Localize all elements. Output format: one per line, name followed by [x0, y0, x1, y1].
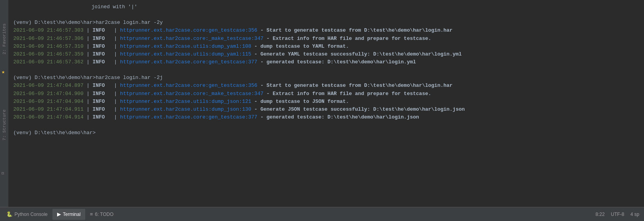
log-source: httprunner.ext.har2case.utils:dump_json:…	[120, 106, 251, 112]
empty-line	[13, 121, 639, 129]
terminal-log-line: 2021-06-09 21:47:04.914 | INFO | httprun…	[13, 113, 639, 121]
tab-python-console[interactable]: 🐍 Python Console	[2, 209, 52, 220]
log-level: INFO	[93, 83, 105, 88]
log-level: INFO	[93, 36, 105, 41]
log-pipe-1: |	[83, 91, 92, 97]
log-pipe-1: |	[83, 83, 92, 88]
log-message: - dump testcase to JSON format.	[251, 99, 349, 104]
terminal-log-line: 2021-06-09 21:46:57.362 | INFO | httprun…	[13, 58, 639, 66]
log-pipe-2: |	[105, 51, 120, 57]
log-pipe-2: |	[105, 99, 120, 104]
log-source: httprunner.ext.har2case.utils:dump_yaml:…	[120, 51, 251, 57]
log-pipe-2: |	[105, 27, 120, 33]
terminal-log-line: 2021-06-09 21:46:57.359 | INFO | httprun…	[13, 50, 639, 58]
main-area: 2: Favorites ★ 7: Structure ⊟ joined wit…	[0, 0, 644, 207]
log-timestamp: 2021-06-09 21:47:04.897	[13, 83, 83, 88]
bottom-bar: 🐍 Python Console ▶ Terminal ≡ 6: TODO 8:…	[0, 207, 644, 221]
log-pipe-2: |	[105, 43, 120, 49]
log-timestamp: 2021-06-09 21:46:57.310	[13, 43, 83, 49]
log-timestamp: 2021-06-09 21:46:57.303	[13, 27, 83, 33]
log-source: httprunner.ext.har2case.core:gen_testcas…	[120, 83, 257, 88]
log-pipe-2: |	[105, 106, 120, 112]
log-level: INFO	[93, 91, 105, 97]
terminal-content[interactable]: joined with '|'(venv) D:\test\he\demo\ha…	[9, 0, 644, 207]
todo-icon: ≡	[90, 211, 93, 217]
empty-line	[13, 11, 639, 19]
log-level: INFO	[93, 59, 105, 65]
log-source: httprunner.ext.har2case.core:gen_testcas…	[120, 59, 257, 65]
log-timestamp: 2021-06-09 21:47:04.904	[13, 99, 83, 104]
log-level: INFO	[93, 99, 105, 104]
log-message: - generated testcase: D:\test\he\demo\ha…	[257, 114, 419, 120]
log-timestamp: 2021-06-09 21:46:57.306	[13, 36, 83, 41]
indent-spaces: 4 sp	[630, 212, 639, 217]
todo-label: 6: TODO	[95, 212, 114, 217]
cursor-position: 8:22	[596, 212, 605, 217]
log-source: httprunner.ext.har2case.core:_make_testc…	[120, 36, 264, 41]
log-timestamp: 2021-06-09 21:47:04.900	[13, 91, 83, 97]
log-timestamp: 2021-06-09 21:47:04.914	[13, 114, 83, 120]
log-source: httprunner.ext.har2case.core:gen_testcas…	[120, 27, 257, 33]
favorites-star-icon: ★	[2, 68, 5, 75]
log-pipe-2: |	[105, 83, 120, 88]
terminal-line: joined with '|'	[13, 3, 639, 11]
log-level: INFO	[93, 51, 105, 57]
log-pipe-2: |	[105, 114, 120, 120]
log-timestamp: 2021-06-09 21:47:04.911	[13, 106, 83, 112]
log-level: INFO	[93, 106, 105, 112]
log-pipe-1: |	[83, 99, 92, 104]
encoding: UTF-8	[611, 212, 624, 217]
log-source: httprunner.ext.har2case.core:_make_testc…	[120, 91, 264, 97]
log-pipe-2: |	[105, 59, 120, 65]
log-pipe-1: |	[83, 27, 92, 33]
terminal-cmd-line: (venv) D:\test\he\demo\har>har2case logi…	[13, 19, 639, 27]
terminal-icon: ▶	[57, 211, 61, 217]
log-level: INFO	[93, 43, 105, 49]
log-timestamp: 2021-06-09 21:46:57.362	[13, 59, 83, 65]
terminal-log-line: 2021-06-09 21:46:57.303 | INFO | httprun…	[13, 27, 639, 34]
log-message: - dump testcase to YAML format.	[251, 43, 349, 49]
terminal-log-line: 2021-06-09 21:46:57.310 | INFO | httprun…	[13, 43, 639, 50]
favorites-label[interactable]: 2: Favorites	[2, 23, 7, 54]
log-message: - Start to generate testcase from D:\tes…	[257, 27, 452, 33]
log-message: - Start to generate testcase from D:\tes…	[257, 83, 452, 88]
side-panel: 2: Favorites ★ 7: Structure ⊟	[0, 0, 9, 207]
tab-terminal[interactable]: ▶ Terminal	[52, 209, 85, 220]
python-console-label: Python Console	[14, 212, 48, 217]
log-pipe-2: |	[105, 91, 120, 97]
log-message: - Extract info from HAR file and prepare…	[264, 36, 431, 41]
structure-icon: ⊟	[2, 171, 4, 176]
log-message: - Generate YAML testcase successfully: D…	[251, 51, 462, 57]
terminal-log-line: 2021-06-09 21:46:57.306 | INFO | httprun…	[13, 35, 639, 43]
log-pipe-1: |	[83, 106, 92, 112]
log-level: INFO	[93, 27, 105, 33]
log-level: INFO	[93, 114, 105, 120]
terminal-cmd-line: (venv) D:\test\he\demo\har>har2case logi…	[13, 74, 639, 82]
log-pipe-1: |	[83, 59, 92, 65]
log-timestamp: 2021-06-09 21:46:57.359	[13, 51, 83, 57]
log-pipe-1: |	[83, 43, 92, 49]
log-source: httprunner.ext.har2case.core:gen_testcas…	[120, 114, 257, 120]
terminal-log-line: 2021-06-09 21:47:04.897 | INFO | httprun…	[13, 82, 639, 90]
log-pipe-2: |	[105, 36, 120, 41]
log-pipe-1: |	[83, 114, 92, 120]
log-message: - Extract info from HAR file and prepare…	[264, 91, 431, 97]
log-source: httprunner.ext.har2case.utils:dump_yaml:…	[120, 43, 251, 49]
empty-line	[13, 66, 639, 74]
log-message: - Generate JSON testcase successfully: D…	[251, 106, 465, 112]
status-bar: 8:22 UTF-8 4 sp	[596, 212, 642, 217]
terminal-log-line: 2021-06-09 21:47:04.911 | INFO | httprun…	[13, 106, 639, 113]
log-source: httprunner.ext.har2case.utils:dump_json:…	[120, 99, 251, 104]
log-pipe-1: |	[83, 51, 92, 57]
structure-label[interactable]: 7: Structure	[2, 110, 7, 140]
terminal-log-line: 2021-06-09 21:47:04.904 | INFO | httprun…	[13, 98, 639, 106]
terminal-cmd-line: (venv) D:\test\he\demo\har>	[13, 129, 639, 137]
python-console-icon: 🐍	[6, 211, 13, 217]
log-message: - generated testcase: D:\test\he\demo\ha…	[257, 59, 416, 65]
terminal-log-line: 2021-06-09 21:47:04.900 | INFO | httprun…	[13, 90, 639, 98]
tab-todo[interactable]: ≡ 6: TODO	[85, 209, 118, 220]
log-pipe-1: |	[83, 36, 92, 41]
terminal-label: Terminal	[63, 212, 81, 217]
